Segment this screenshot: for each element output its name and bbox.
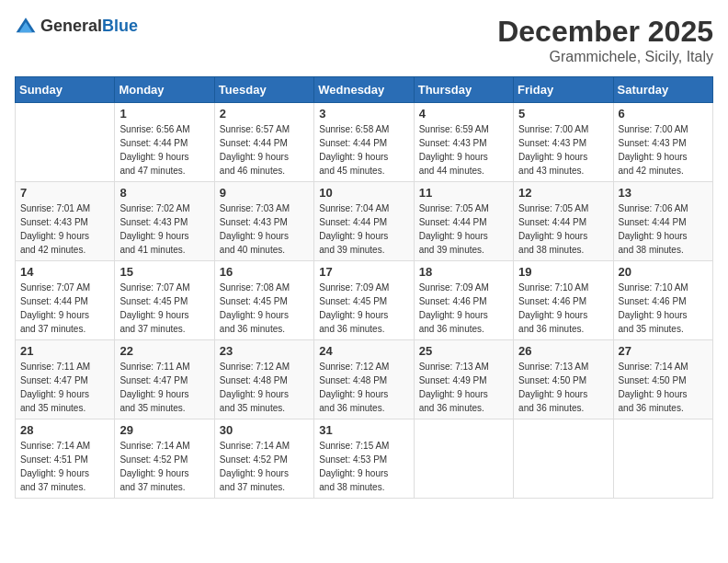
day-info: Sunrise: 7:13 AMSunset: 4:50 PMDaylight:… [518,360,608,415]
calendar-cell: 20Sunrise: 7:10 AMSunset: 4:46 PMDayligh… [613,261,712,340]
calendar-cell [613,419,712,499]
day-info: Sunrise: 7:09 AMSunset: 4:46 PMDaylight:… [419,281,508,336]
day-number: 4 [419,107,508,121]
title-block: December 2025 Grammichele, Sicily, Italy [497,15,713,65]
weekday-header: Tuesday [214,77,313,103]
day-number: 28 [20,423,109,437]
calendar-cell: 11Sunrise: 7:05 AMSunset: 4:44 PMDayligh… [414,182,513,261]
calendar-cell: 1Sunrise: 6:56 AMSunset: 4:44 PMDaylight… [115,103,214,182]
day-info: Sunrise: 7:02 AMSunset: 4:43 PMDaylight:… [119,201,209,257]
calendar-header-row: SundayMondayTuesdayWednesdayThursdayFrid… [16,77,713,103]
day-number: 30 [220,423,309,437]
calendar-cell: 4Sunrise: 6:59 AMSunset: 4:43 PMDaylight… [414,103,513,182]
logo: GeneralBlue [15,15,138,37]
day-number: 2 [220,107,309,121]
day-info: Sunrise: 7:00 AMSunset: 4:43 PMDaylight:… [619,122,708,178]
calendar-cell: 6Sunrise: 7:00 AMSunset: 4:43 PMDaylight… [613,103,712,182]
weekday-header: Sunday [16,77,115,103]
day-info: Sunrise: 7:14 AMSunset: 4:50 PMDaylight:… [619,360,708,415]
day-number: 24 [319,344,408,358]
day-number: 20 [619,265,708,279]
calendar-cell: 21Sunrise: 7:11 AMSunset: 4:47 PMDayligh… [16,340,115,419]
day-info: Sunrise: 7:01 AMSunset: 4:43 PMDaylight:… [20,201,109,257]
day-info: Sunrise: 7:05 AMSunset: 4:44 PMDaylight:… [419,201,508,257]
calendar-cell: 17Sunrise: 7:09 AMSunset: 4:45 PMDayligh… [314,261,414,340]
calendar-cell: 14Sunrise: 7:07 AMSunset: 4:44 PMDayligh… [16,261,115,340]
day-info: Sunrise: 7:09 AMSunset: 4:45 PMDaylight:… [319,281,408,336]
day-info: Sunrise: 7:10 AMSunset: 4:46 PMDaylight:… [619,281,708,336]
day-info: Sunrise: 7:00 AMSunset: 4:43 PMDaylight:… [518,122,608,178]
calendar-cell: 25Sunrise: 7:13 AMSunset: 4:49 PMDayligh… [414,340,513,419]
calendar-cell: 10Sunrise: 7:04 AMSunset: 4:44 PMDayligh… [314,182,414,261]
calendar-week-row: 1Sunrise: 6:56 AMSunset: 4:44 PMDaylight… [16,103,713,182]
day-info: Sunrise: 7:07 AMSunset: 4:44 PMDaylight:… [20,281,109,336]
day-number: 3 [319,107,408,121]
day-info: Sunrise: 7:05 AMSunset: 4:44 PMDaylight:… [518,201,608,257]
calendar-cell: 22Sunrise: 7:11 AMSunset: 4:47 PMDayligh… [115,340,214,419]
calendar-cell: 13Sunrise: 7:06 AMSunset: 4:44 PMDayligh… [613,182,712,261]
day-info: Sunrise: 6:58 AMSunset: 4:44 PMDaylight:… [319,122,408,178]
day-info: Sunrise: 6:57 AMSunset: 4:44 PMDaylight:… [220,122,309,178]
day-number: 22 [119,344,209,358]
day-info: Sunrise: 7:10 AMSunset: 4:46 PMDaylight:… [518,281,608,336]
page-header: GeneralBlue December 2025 Grammichele, S… [15,15,713,65]
day-info: Sunrise: 7:15 AMSunset: 4:53 PMDaylight:… [319,439,408,494]
day-number: 9 [220,186,309,200]
calendar-cell: 26Sunrise: 7:13 AMSunset: 4:50 PMDayligh… [514,340,613,419]
day-info: Sunrise: 7:11 AMSunset: 4:47 PMDaylight:… [119,360,209,415]
day-number: 1 [119,107,209,121]
day-number: 11 [419,186,508,200]
calendar-cell: 29Sunrise: 7:14 AMSunset: 4:52 PMDayligh… [115,419,214,499]
calendar-week-row: 21Sunrise: 7:11 AMSunset: 4:47 PMDayligh… [16,340,713,419]
day-number: 16 [220,265,309,279]
weekday-header: Friday [514,77,613,103]
day-info: Sunrise: 7:04 AMSunset: 4:44 PMDaylight:… [319,201,408,257]
day-number: 14 [20,265,109,279]
weekday-header: Thursday [414,77,513,103]
day-number: 7 [20,186,109,200]
weekday-header: Saturday [613,77,712,103]
day-info: Sunrise: 7:06 AMSunset: 4:44 PMDaylight:… [619,201,708,257]
weekday-header: Wednesday [314,77,414,103]
calendar-cell: 28Sunrise: 7:14 AMSunset: 4:51 PMDayligh… [16,419,115,499]
day-number: 8 [119,186,209,200]
calendar-cell: 16Sunrise: 7:08 AMSunset: 4:45 PMDayligh… [214,261,313,340]
day-number: 5 [518,107,608,121]
day-number: 13 [619,186,708,200]
calendar-cell [16,103,115,182]
calendar-cell: 23Sunrise: 7:12 AMSunset: 4:48 PMDayligh… [214,340,313,419]
calendar-cell: 19Sunrise: 7:10 AMSunset: 4:46 PMDayligh… [514,261,613,340]
day-info: Sunrise: 7:14 AMSunset: 4:52 PMDaylight:… [220,439,309,494]
day-number: 19 [518,265,608,279]
day-number: 27 [619,344,708,358]
calendar-cell: 9Sunrise: 7:03 AMSunset: 4:43 PMDaylight… [214,182,313,261]
calendar-cell: 7Sunrise: 7:01 AMSunset: 4:43 PMDaylight… [16,182,115,261]
calendar-cell: 3Sunrise: 6:58 AMSunset: 4:44 PMDaylight… [314,103,414,182]
day-info: Sunrise: 7:12 AMSunset: 4:48 PMDaylight:… [319,360,408,415]
month-title: December 2025 [497,15,713,49]
day-info: Sunrise: 7:14 AMSunset: 4:51 PMDaylight:… [20,439,109,494]
day-number: 17 [319,265,408,279]
day-info: Sunrise: 6:59 AMSunset: 4:43 PMDaylight:… [419,122,508,178]
calendar-cell: 5Sunrise: 7:00 AMSunset: 4:43 PMDaylight… [514,103,613,182]
calendar-week-row: 14Sunrise: 7:07 AMSunset: 4:44 PMDayligh… [16,261,713,340]
day-info: Sunrise: 7:13 AMSunset: 4:49 PMDaylight:… [419,360,508,415]
calendar-cell: 30Sunrise: 7:14 AMSunset: 4:52 PMDayligh… [214,419,313,499]
day-number: 18 [419,265,508,279]
calendar-cell: 8Sunrise: 7:02 AMSunset: 4:43 PMDaylight… [115,182,214,261]
day-number: 25 [419,344,508,358]
day-number: 12 [518,186,608,200]
calendar-cell [414,419,513,499]
day-number: 29 [119,423,209,437]
location-title: Grammichele, Sicily, Italy [497,49,713,65]
calendar-cell: 24Sunrise: 7:12 AMSunset: 4:48 PMDayligh… [314,340,414,419]
calendar-week-row: 28Sunrise: 7:14 AMSunset: 4:51 PMDayligh… [16,419,713,499]
logo-icon [15,15,37,37]
logo-general: General [40,17,102,35]
logo-blue: Blue [102,17,138,35]
calendar-cell: 18Sunrise: 7:09 AMSunset: 4:46 PMDayligh… [414,261,513,340]
calendar-cell: 12Sunrise: 7:05 AMSunset: 4:44 PMDayligh… [514,182,613,261]
calendar-cell: 2Sunrise: 6:57 AMSunset: 4:44 PMDaylight… [214,103,313,182]
day-number: 21 [20,344,109,358]
day-number: 31 [319,423,408,437]
